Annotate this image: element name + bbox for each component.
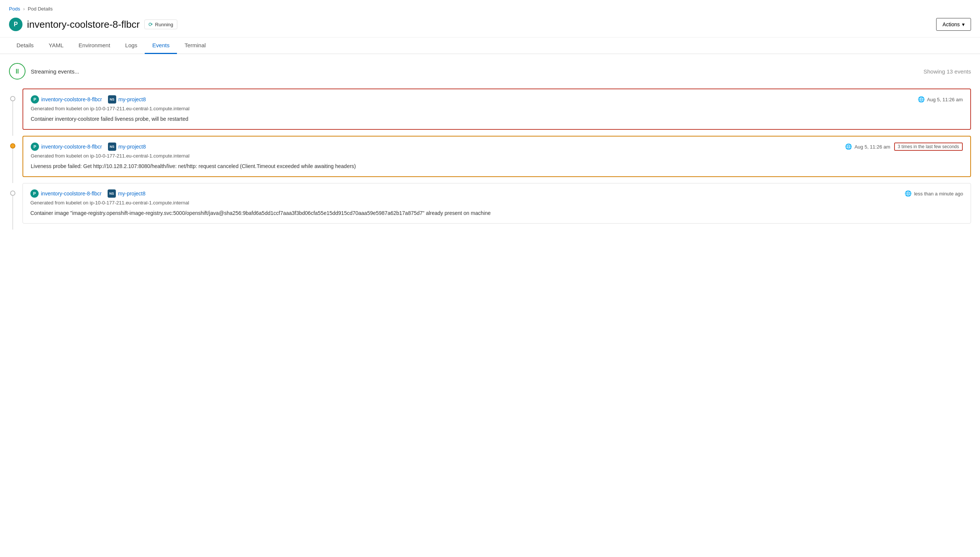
pause-icon: ⏸ — [14, 67, 21, 75]
event-time-text-1: Aug 5, 11:26 am — [927, 97, 963, 103]
tab-yaml[interactable]: YAML — [41, 37, 71, 54]
event-resource-link-3[interactable]: inventory-coolstore-8-flbcr — [41, 191, 102, 197]
breadcrumb-separator: › — [23, 6, 25, 11]
tabs-bar: Details YAML Environment Logs Events Ter… — [0, 37, 980, 54]
showing-count: Showing 13 events — [923, 68, 971, 75]
event-name-group-1: P inventory-coolstore-8-flbcr — [31, 95, 102, 104]
tab-logs[interactable]: Logs — [118, 37, 145, 54]
tab-environment[interactable]: Environment — [71, 37, 118, 54]
event-time-text-3: less than a minute ago — [914, 191, 963, 197]
globe-icon-2: 🌐 — [845, 143, 852, 150]
timeline-dot-1 — [10, 96, 15, 101]
timeline-dot-2 — [10, 143, 15, 148]
event-ns-icon-1: NS — [108, 95, 116, 104]
event-name-group-2: P inventory-coolstore-8-flbcr — [31, 143, 102, 151]
timeline-line-3 — [12, 196, 13, 230]
streaming-left: ⏸ Streaming events... — [9, 63, 79, 80]
actions-label: Actions — [943, 21, 960, 28]
event-header-left-3: P inventory-coolstore-8-flbcr NS my-proj… — [30, 189, 145, 198]
event-source-2: Generated from kubelet on ip-10-0-177-21… — [31, 153, 963, 159]
tab-terminal[interactable]: Terminal — [177, 37, 213, 54]
event-ns-link-2[interactable]: my-project8 — [119, 144, 146, 150]
breadcrumb-current: Pod Details — [28, 6, 52, 11]
header-left: P inventory-coolstore-8-flbcr ⟳ Running — [9, 18, 177, 31]
event-message-3: Container image "image-registry.openshif… — [30, 209, 963, 217]
timeline: P inventory-coolstore-8-flbcr NS my-proj… — [9, 88, 971, 230]
event-card-3: P inventory-coolstore-8-flbcr NS my-proj… — [23, 183, 971, 223]
pause-streaming-button[interactable]: ⏸ — [9, 63, 26, 80]
streaming-text: Streaming events... — [31, 68, 79, 75]
timeline-item-3: P inventory-coolstore-8-flbcr NS my-proj… — [9, 183, 971, 230]
event-card-1: P inventory-coolstore-8-flbcr NS my-proj… — [23, 88, 971, 130]
event-message-2: Liveness probe failed: Get http://10.128… — [31, 163, 963, 170]
breadcrumb: Pods › Pod Details — [0, 0, 980, 15]
pod-name: inventory-coolstore-8-flbcr — [27, 19, 140, 30]
event-ns-link-3[interactable]: my-project8 — [118, 191, 145, 197]
event-resource-icon-1: P — [31, 95, 39, 104]
events-container: ⏸ Streaming events... Showing 13 events … — [0, 54, 980, 239]
timeline-line-1 — [12, 101, 13, 136]
timeline-line-2 — [12, 148, 13, 183]
event-ns-icon-3: NS — [107, 189, 116, 198]
tab-events[interactable]: Events — [145, 37, 177, 54]
event-resource-icon-2: P — [31, 143, 39, 151]
status-text: Running — [155, 22, 173, 28]
actions-chevron-icon: ▾ — [962, 21, 965, 28]
event-time-1: 🌐 Aug 5, 11:26 am — [918, 96, 963, 103]
globe-icon-3: 🌐 — [905, 190, 912, 197]
event-time-2: 🌐 Aug 5, 11:26 am 3 times in the last fe… — [845, 143, 963, 151]
event-ns-link-1[interactable]: my-project8 — [119, 96, 146, 103]
event-card-2: P inventory-coolstore-8-flbcr NS my-proj… — [23, 136, 971, 177]
repeat-badge-2: 3 times in the last few seconds — [894, 143, 963, 151]
event-name-group-3: P inventory-coolstore-8-flbcr — [30, 189, 102, 198]
status-badge: ⟳ Running — [144, 20, 177, 29]
event-header-left-1: P inventory-coolstore-8-flbcr NS my-proj… — [31, 95, 146, 104]
event-header-3: P inventory-coolstore-8-flbcr NS my-proj… — [30, 189, 963, 198]
timeline-left-3 — [9, 183, 16, 230]
actions-button[interactable]: Actions ▾ — [936, 18, 971, 31]
event-source-1: Generated from kubelet on ip-10-0-177-21… — [31, 106, 963, 111]
event-ns-group-2: NS my-project8 — [108, 143, 146, 151]
event-resource-link-2[interactable]: inventory-coolstore-8-flbcr — [41, 144, 102, 150]
event-source-3: Generated from kubelet on ip-10-0-177-21… — [30, 200, 963, 205]
event-message-1: Container inventory-coolstore failed liv… — [31, 115, 963, 123]
tab-details[interactable]: Details — [9, 37, 41, 54]
event-ns-group-1: NS my-project8 — [108, 95, 146, 104]
event-resource-icon-3: P — [30, 189, 39, 198]
pod-icon: P — [9, 18, 23, 31]
event-header-1: P inventory-coolstore-8-flbcr NS my-proj… — [31, 95, 963, 104]
status-sync-icon: ⟳ — [148, 21, 153, 28]
timeline-left-2 — [9, 136, 16, 183]
event-header-left-2: P inventory-coolstore-8-flbcr NS my-proj… — [31, 143, 146, 151]
event-header-2: P inventory-coolstore-8-flbcr NS my-proj… — [31, 143, 963, 151]
timeline-dot-3 — [10, 191, 15, 196]
event-resource-link-1[interactable]: inventory-coolstore-8-flbcr — [41, 96, 102, 103]
event-ns-icon-2: NS — [108, 143, 116, 151]
breadcrumb-pods-link[interactable]: Pods — [9, 6, 20, 11]
timeline-item-2: P inventory-coolstore-8-flbcr NS my-proj… — [9, 136, 971, 183]
timeline-item-1: P inventory-coolstore-8-flbcr NS my-proj… — [9, 88, 971, 136]
event-ns-group-3: NS my-project8 — [107, 189, 145, 198]
streaming-bar: ⏸ Streaming events... Showing 13 events — [9, 63, 971, 80]
event-time-3: 🌐 less than a minute ago — [905, 190, 963, 197]
event-time-text-2: Aug 5, 11:26 am — [855, 144, 890, 150]
globe-icon-1: 🌐 — [918, 96, 925, 103]
timeline-left-1 — [9, 88, 16, 136]
page-header: P inventory-coolstore-8-flbcr ⟳ Running … — [0, 15, 980, 37]
